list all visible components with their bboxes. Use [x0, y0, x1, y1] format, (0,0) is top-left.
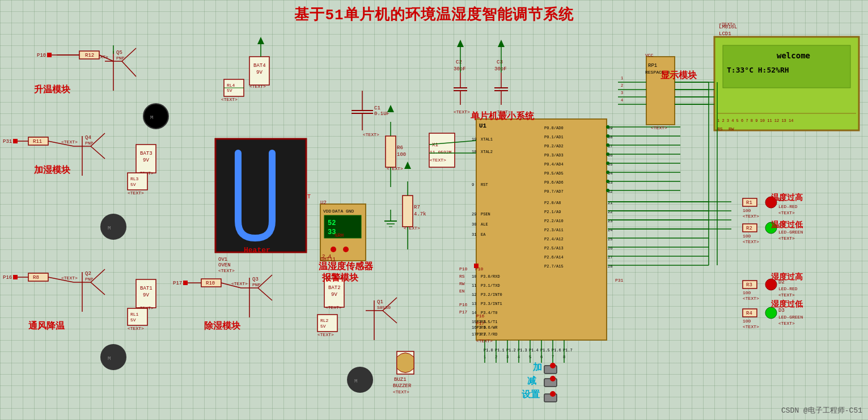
sub-label: 减	[527, 375, 536, 387]
svg-text:RL3: RL3	[130, 176, 139, 181]
button-set[interactable]	[544, 394, 557, 402]
r2-label: R2	[746, 226, 752, 231]
p17-marker-label: P17	[476, 321, 485, 326]
svg-text:9V: 9V	[331, 292, 337, 298]
pin-num-11: 11	[472, 283, 476, 288]
mcu-pin-p0ad3: P0.3/AD3	[544, 153, 564, 158]
pin-num-14: 14	[472, 311, 476, 315]
dht-led-2	[343, 247, 349, 252]
button-sub-marker	[550, 376, 556, 381]
pin-num-37: 37	[608, 144, 612, 149]
node-3	[606, 143, 609, 147]
pin-num-5: 5	[529, 355, 531, 359]
svg-text:0.1UF: 0.1UF	[374, 111, 389, 117]
svg-text:<TEXT>: <TEXT>	[137, 171, 154, 176]
d4-type: LED-GREEN	[778, 315, 803, 320]
power-mcu-2	[498, 40, 505, 47]
svg-text:30pF: 30pF	[494, 66, 507, 72]
grid-background	[0, 0, 868, 420]
button-add[interactable]	[544, 366, 557, 374]
power-mcu-1	[457, 40, 464, 47]
r3-text: <TEXT>	[743, 296, 759, 301]
rp1-label: RP1	[648, 63, 657, 69]
transistor-q5: Q5 PNP <TEXT>	[92, 45, 136, 91]
button-sub[interactable]	[544, 379, 557, 387]
d1-type: LED-RED	[778, 204, 798, 209]
mcu-pin-p2a12: P2.4/A12	[544, 237, 564, 241]
node-1	[606, 125, 609, 129]
svg-rect-13	[249, 57, 269, 85]
node-4	[606, 152, 609, 156]
heater-temp-pin: T	[307, 194, 311, 200]
svg-text:9V: 9V	[143, 292, 149, 298]
svg-line-3	[122, 61, 136, 77]
lcd1-label: LCD1	[719, 31, 731, 37]
svg-text:<TEXT>: <TEXT>	[92, 54, 108, 60]
r3-label: R3	[746, 282, 752, 288]
lcd-line1: welcome	[777, 51, 810, 60]
r2-text: <TEXT>	[743, 239, 759, 244]
svg-text:<TEXT>: <TEXT>	[325, 305, 342, 310]
pin-num-12: 12	[472, 292, 476, 297]
u1-label: U1	[479, 122, 487, 129]
resistor-r10: R10	[187, 279, 241, 288]
svg-text:<TEXT>: <TEXT>	[61, 275, 78, 281]
rp1-pin3: 3	[621, 91, 623, 95]
watermark: CSDN @电子工程师-C51	[781, 405, 862, 415]
mcu-pin-p2a11: P2.3/A11	[544, 228, 564, 232]
pin-num-34: 34	[608, 171, 612, 176]
pin-p16-marker	[13, 275, 18, 279]
svg-text:BAT1: BAT1	[140, 286, 153, 291]
mcu-pin-p15: P1.5	[540, 348, 550, 353]
mcu-pin-p3txd: P3.1/TXD	[481, 283, 500, 288]
svg-text:100: 100	[397, 152, 406, 158]
dht-temp-display: 52	[328, 219, 336, 227]
mcu-pin-p3t1: P3.5/T1	[481, 320, 497, 324]
oven-type-label: OVEN	[218, 262, 231, 268]
pin-num-15p35: 15P3.5	[472, 320, 486, 324]
add-label: 加	[533, 362, 542, 374]
svg-rect-57	[128, 308, 147, 325]
pin-num-19: 19	[472, 137, 476, 142]
mcu-system-label: 单片机最小系统	[471, 111, 534, 122]
svg-text:<TEXT>: <TEXT>	[61, 139, 78, 145]
motor-3-label: M	[108, 356, 111, 362]
svg-text:<TEXT>: <TEXT>	[317, 332, 334, 337]
battery-bat3: BAT3 9V <TEXT>	[136, 145, 156, 176]
pin-num-23: 23	[608, 219, 612, 223]
mcu-bottom-p16: P16	[459, 302, 468, 307]
rp1-vcc: VCC	[645, 53, 654, 58]
ventilation-module-label: 通风降温	[28, 320, 65, 332]
mcu-pin-xtal2: XTAL2	[481, 150, 493, 154]
pin-num-16p36: 16P3.6	[472, 325, 486, 330]
svg-line-64	[258, 288, 272, 300]
pin-num-27: 27	[608, 255, 612, 260]
svg-text:S8550: S8550	[377, 305, 391, 310]
dht-pins-label: 2 4	[322, 254, 331, 260]
mcu-pin-p0ad1: P0.1/AD1	[544, 135, 564, 139]
mcu-pin-p13: P1.3	[518, 348, 527, 353]
rp1-pin1: 1	[621, 76, 623, 80]
lcd-rs-label: RS	[717, 126, 723, 131]
svg-line-11	[99, 55, 113, 61]
d3-text: <TEXT>	[778, 292, 795, 298]
lcd-model-label: LM016L	[719, 24, 737, 30]
svg-text:<TEXT>: <TEXT>	[231, 281, 248, 286]
circuit-diagram: Q5 PNP <TEXT> R12 P10 BAT4 9V <TEXT> RL4…	[0, 0, 868, 420]
crystal-freq: 11.0592M	[430, 150, 452, 155]
mcu-bottom-p17: P17	[459, 309, 468, 315]
motor-3	[101, 345, 126, 370]
pin-num-6: 6	[540, 355, 543, 359]
resistor-r6: R6 100 <TEXT>	[386, 122, 406, 187]
mcu-pin-p2a9: P2.1/A9	[544, 210, 561, 214]
svg-line-45	[91, 282, 105, 295]
svg-rect-30	[28, 137, 48, 145]
svg-text:Q5: Q5	[116, 50, 122, 56]
pin-num-9: 9	[472, 183, 474, 187]
mcu-bottom-rs: RS	[459, 274, 465, 279]
pin-num-29: 29	[472, 212, 476, 217]
r2-value: 100	[743, 234, 751, 239]
rp1-pin2: 2	[621, 83, 623, 88]
d3-type: LED-RED	[778, 286, 798, 291]
p31-right-label: P31	[615, 278, 624, 283]
